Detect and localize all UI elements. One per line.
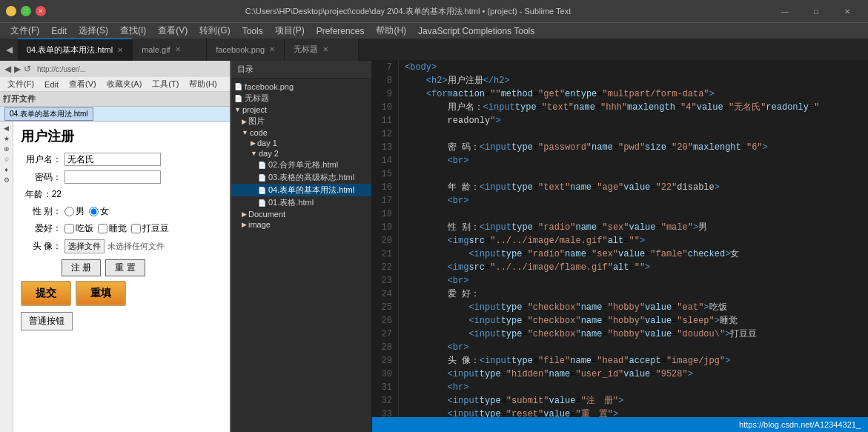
win-minimize[interactable]: — (770, 0, 800, 22)
sidebar-icon-5[interactable]: ♦ (4, 166, 8, 173)
tab-close-untitled[interactable]: ✕ (322, 45, 328, 53)
tree-html01[interactable]: 📄 01.表格.html (231, 196, 371, 209)
tree-facebook-png[interactable]: 📄 facebook.png (231, 82, 371, 92)
sidebar-icon-3[interactable]: ⊕ (4, 145, 10, 153)
tab-close-male[interactable]: ✕ (175, 45, 181, 53)
code-line-26: <input type="checkbox" name="hobby" valu… (405, 314, 862, 328)
file-choose-button[interactable]: 选择文件 (64, 239, 105, 253)
tree-day1-folder[interactable]: ▶ day 1 (231, 138, 371, 148)
code-line-16: 年 龄：<input type="text" name="age" value=… (405, 181, 862, 194)
form-row-age: 年龄：22 (21, 188, 222, 201)
gender-female-option[interactable]: 女 (89, 205, 109, 218)
browser-title-bar: ◀ ▶ ↺ http://c:/user/... (0, 61, 230, 77)
password-input[interactable] (64, 170, 161, 184)
gender-label: 性 别： (21, 205, 62, 218)
reset-image-button[interactable]: 重填 (76, 281, 126, 306)
browser-menu-tools[interactable]: 工具(T) (148, 77, 183, 92)
menu-select[interactable]: 选择(S) (73, 23, 114, 39)
filetree-panel: 目录 📄 facebook.png 📄 无标题 ▼ project ▶ 图片 (231, 61, 372, 432)
browser-menu-fav[interactable]: 收藏夹(A) (102, 77, 147, 92)
browser-menu-edit[interactable]: Edit (40, 77, 63, 92)
tree-html02[interactable]: 📄 02.合并单元格.html (231, 159, 371, 171)
menu-js-completions[interactable]: JavaScript Completions Tools (412, 23, 540, 39)
reset-button[interactable]: 重 置 (105, 259, 145, 276)
tree-document-folder[interactable]: ▶ Document (231, 209, 371, 219)
win-maximize[interactable]: □ (801, 0, 831, 22)
sidebar-icon-2[interactable]: ★ (4, 135, 10, 142)
expand-icon-day2: ▼ (251, 150, 257, 157)
gender-female-radio[interactable] (89, 207, 99, 216)
menu-view[interactable]: 查看(V) (152, 23, 193, 39)
minimize-button[interactable]: — (6, 6, 16, 16)
tree-image-folder[interactable]: ▶ image (231, 219, 371, 230)
hobby-doudou[interactable]: 打豆豆 (131, 222, 169, 235)
menu-tools[interactable]: Tools (236, 23, 269, 39)
browser-menu-view[interactable]: 查看(V) (64, 77, 101, 92)
code-line-32: <input type="submit" value="注 册"> (405, 394, 862, 408)
hobby-eat[interactable]: 吃饭 (64, 222, 93, 235)
sidebar-icon-1[interactable]: ◀ (4, 124, 9, 132)
menu-edit[interactable]: Edit (45, 23, 73, 39)
form-row-password: 密码： (21, 170, 222, 184)
main-layout: ◀ ▶ ↺ http://c:/user/... 文件(F) Edit 查看(V… (0, 61, 868, 432)
tab-close-facebook[interactable]: ✕ (269, 45, 275, 53)
sidebar-icon-6[interactable]: ⚙ (4, 176, 10, 184)
menu-find[interactable]: 查找(I) (114, 23, 152, 39)
close-button-mac[interactable]: ✕ (36, 6, 46, 16)
tree-untitled[interactable]: 📄 无标题 (231, 92, 371, 104)
tab-facebook-png[interactable]: facebook.png ✕ (207, 39, 285, 61)
browser-menu-file[interactable]: 文件(F) (3, 77, 39, 92)
username-input[interactable] (64, 153, 161, 166)
hobby-eat-checkbox[interactable] (64, 224, 74, 233)
hobby-sleep-checkbox[interactable] (98, 224, 107, 233)
editor-panel: 7891011 1213141516 1718192021 2223242526… (372, 61, 868, 432)
tree-images-folder[interactable]: ▶ 图片 (231, 115, 371, 127)
sidebar-icon-4[interactable]: ☆ (4, 156, 10, 163)
username-label: 用户名： (21, 153, 62, 166)
menu-preferences[interactable]: Preferences (311, 23, 371, 39)
tree-html03[interactable]: 📄 03.表格的高级标志.html (231, 171, 371, 184)
register-button[interactable]: 注 册 (62, 259, 101, 276)
plain-button-row: 普通按钮 (21, 312, 222, 330)
code-content[interactable]: <body> <h2>用户注册</h2> <form action="" met… (399, 61, 868, 417)
tab-close-main[interactable]: ✕ (117, 46, 123, 54)
menu-project[interactable]: 项目(P) (269, 23, 311, 39)
browser-refresh[interactable]: ↺ (24, 64, 31, 74)
file-none-label: 未选择任何文件 (107, 241, 165, 252)
tree-label-html02: 02.合并单元格.html (268, 159, 338, 170)
hobby-doudou-checkbox[interactable] (131, 224, 141, 233)
expand-icon: ▼ (234, 106, 241, 113)
gender-male-radio[interactable] (64, 207, 74, 216)
tab-main-html[interactable]: 04.表单的基本用法.html ✕ (18, 39, 133, 61)
code-line-10: 用户名：<input type="text" name="hhh" maxlen… (405, 101, 862, 114)
submit-image-button[interactable]: 提交 (21, 281, 71, 306)
tree-code-folder[interactable]: ▼ code (231, 127, 371, 138)
hobby-sleep[interactable]: 睡觉 (98, 222, 127, 235)
active-tab-filename[interactable]: 04.表单的基本用法.html (4, 107, 93, 121)
tree-file-icon: 📄 (234, 83, 242, 90)
tree-html04[interactable]: 📄 04.表单的基本用法.html (231, 184, 371, 196)
avatar-label: 头 像： (21, 240, 62, 253)
tab-label-facebook: facebook.png (216, 45, 265, 54)
menu-help[interactable]: 帮助(H) (370, 23, 412, 39)
window-controls: — □ ✕ (770, 0, 862, 22)
maximize-button[interactable]: □ (21, 6, 31, 16)
tree-day2-folder[interactable]: ▼ day 2 (231, 148, 371, 159)
browser-back[interactable]: ◀ (4, 64, 11, 74)
tree-project-folder[interactable]: ▼ project (231, 104, 371, 115)
tree-label-html04: 04.表单的基本用法.html (268, 185, 354, 196)
plain-button[interactable]: 普通按钮 (21, 312, 73, 330)
form-row-hobby: 爱好： 吃饭 睡觉 打豆豆 (21, 222, 222, 235)
tab-male-gif[interactable]: male.gif ✕ (133, 39, 207, 61)
tab-nav-left[interactable]: ◀ (0, 39, 18, 61)
menu-goto[interactable]: 转到(G) (193, 23, 236, 39)
expand-icon-day1: ▶ (251, 139, 256, 147)
browser-forward[interactable]: ▶ (14, 64, 21, 74)
menu-file[interactable]: 文件(F) (4, 23, 45, 39)
gender-male-option[interactable]: 男 (64, 205, 85, 218)
browser-panel: ◀ ▶ ↺ http://c:/user/... 文件(F) Edit 查看(V… (0, 61, 231, 432)
tab-untitled[interactable]: 无标题 ✕ (285, 39, 359, 61)
browser-menu-help[interactable]: 帮助(H) (185, 77, 221, 92)
form-area: 用户注册 用户名： 密码： 年龄：22 性 别： 男 (13, 122, 230, 432)
win-close[interactable]: ✕ (832, 0, 862, 22)
